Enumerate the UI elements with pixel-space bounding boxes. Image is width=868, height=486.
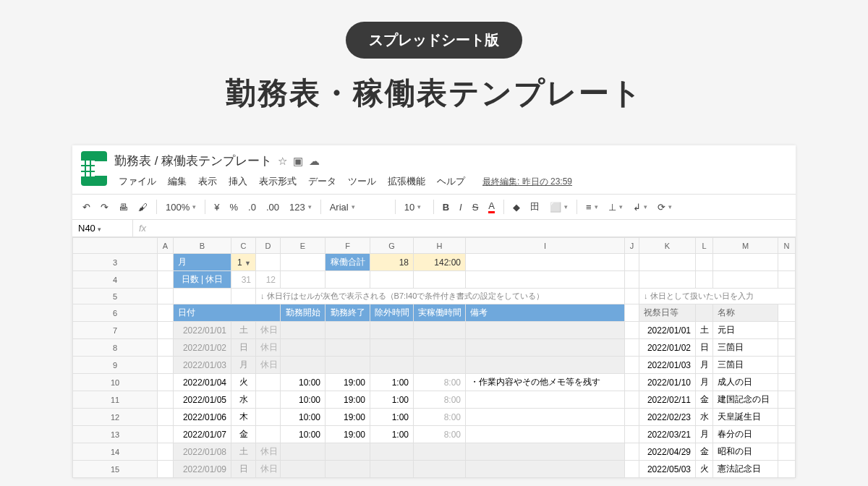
- row-header[interactable]: 14: [73, 443, 158, 461]
- cell[interactable]: [466, 461, 625, 478]
- cell[interactable]: [256, 374, 281, 391]
- row-header[interactable]: 13: [73, 426, 158, 443]
- col-header[interactable]: B: [174, 238, 231, 254]
- cell[interactable]: 休日: [256, 339, 281, 357]
- wrap-button[interactable]: ↲: [629, 199, 652, 216]
- bold-button[interactable]: B: [438, 199, 454, 216]
- cell[interactable]: [370, 357, 414, 374]
- month-dropdown[interactable]: 1 ▼: [231, 254, 256, 271]
- cell[interactable]: 8:00: [414, 409, 466, 426]
- cell[interactable]: 月: [696, 374, 713, 391]
- cell[interactable]: ↓ 休日として扱いたい日を入力: [639, 289, 796, 304]
- menu-view[interactable]: 表示: [194, 174, 221, 189]
- col-header[interactable]: L: [696, 238, 713, 254]
- cell[interactable]: 元日: [713, 322, 778, 339]
- cell[interactable]: 1:00: [370, 374, 414, 391]
- cell[interactable]: 休日: [256, 357, 281, 374]
- rotate-button[interactable]: ⟳: [653, 199, 676, 216]
- cell[interactable]: 8:00: [414, 426, 466, 443]
- cell[interactable]: 日: [231, 461, 256, 478]
- menu-edit[interactable]: 編集: [163, 174, 191, 189]
- cell[interactable]: [256, 391, 281, 409]
- cell[interactable]: 19:00: [326, 409, 370, 426]
- cell[interactable]: [326, 322, 370, 339]
- sheets-logo-icon[interactable]: [81, 151, 107, 186]
- italic-button[interactable]: I: [455, 199, 467, 216]
- cell[interactable]: 三箇日: [713, 357, 778, 374]
- cell[interactable]: [281, 461, 326, 478]
- cell[interactable]: [414, 443, 466, 461]
- cell[interactable]: 2022/02/11: [639, 391, 696, 409]
- cell[interactable]: 2022/01/01: [174, 322, 231, 339]
- cell[interactable]: 2022/03/21: [639, 426, 696, 443]
- col-header[interactable]: I: [466, 238, 625, 254]
- v-align-button[interactable]: ⊥: [604, 199, 627, 216]
- cell[interactable]: 月: [696, 426, 713, 443]
- cell[interactable]: [466, 391, 625, 409]
- col-header[interactable]: H: [414, 238, 466, 254]
- cell[interactable]: 31: [231, 271, 256, 289]
- cell[interactable]: [256, 409, 281, 426]
- cell[interactable]: 春分の日: [713, 426, 778, 443]
- cell[interactable]: 建国記念の日: [713, 391, 778, 409]
- cell[interactable]: 勤務開始: [281, 304, 326, 322]
- cell[interactable]: 8:00: [414, 391, 466, 409]
- col-header[interactable]: C: [231, 238, 256, 254]
- cell[interactable]: 水: [231, 391, 256, 409]
- col-header[interactable]: M: [713, 238, 778, 254]
- grid[interactable]: ABCDEFGHIJKLMN 3 月 1 ▼ 稼働合計 18 142:00 4 …: [72, 237, 796, 478]
- cell[interactable]: 成人の日: [713, 374, 778, 391]
- cell[interactable]: 土: [696, 322, 713, 339]
- cell[interactable]: 土: [231, 443, 256, 461]
- cell[interactable]: 2022/01/03: [174, 357, 231, 374]
- row-header[interactable]: 12: [73, 409, 158, 426]
- cell[interactable]: 火: [231, 374, 256, 391]
- menu-format[interactable]: 表示形式: [255, 174, 301, 189]
- cell[interactable]: [696, 304, 713, 322]
- cell[interactable]: 18: [370, 254, 414, 271]
- cell[interactable]: 日付: [174, 304, 281, 322]
- cell[interactable]: 勤務終了: [326, 304, 370, 322]
- cell[interactable]: 8:00: [414, 374, 466, 391]
- cell[interactable]: 土: [231, 322, 256, 339]
- cell[interactable]: [326, 461, 370, 478]
- cell[interactable]: 月: [174, 254, 231, 271]
- cell[interactable]: 憲法記念日: [713, 461, 778, 478]
- cell[interactable]: [370, 339, 414, 357]
- cell[interactable]: 10:00: [281, 391, 326, 409]
- cell[interactable]: 木: [231, 409, 256, 426]
- cell[interactable]: [466, 409, 625, 426]
- h-align-button[interactable]: ≡: [582, 199, 603, 216]
- col-header[interactable]: A: [158, 238, 174, 254]
- cell[interactable]: ・作業内容やその他メモ等を残す: [466, 374, 625, 391]
- cell[interactable]: 19:00: [326, 374, 370, 391]
- cell[interactable]: 2022/01/09: [174, 461, 231, 478]
- menu-data[interactable]: データ: [304, 174, 341, 189]
- cell[interactable]: [466, 357, 625, 374]
- cell[interactable]: 2022/01/08: [174, 443, 231, 461]
- cell[interactable]: 2022/02/23: [639, 409, 696, 426]
- cell[interactable]: 1:00: [370, 409, 414, 426]
- menu-file[interactable]: ファイル: [114, 174, 161, 189]
- cloud-icon[interactable]: ☁: [309, 155, 320, 168]
- row-header[interactable]: 5: [73, 289, 158, 304]
- col-header[interactable]: E: [281, 238, 326, 254]
- cell[interactable]: 金: [696, 391, 713, 409]
- cell[interactable]: 2022/05/03: [639, 461, 696, 478]
- col-header[interactable]: J: [625, 238, 639, 254]
- cell[interactable]: 除外時間: [370, 304, 414, 322]
- cell[interactable]: 休日: [256, 461, 281, 478]
- cell[interactable]: 10:00: [281, 374, 326, 391]
- last-edit[interactable]: 最終編集: 昨日の 23:59: [478, 174, 576, 189]
- cell[interactable]: [281, 322, 326, 339]
- row-header[interactable]: 15: [73, 461, 158, 478]
- cell[interactable]: [326, 339, 370, 357]
- cell[interactable]: [326, 443, 370, 461]
- cell[interactable]: 2022/01/04: [174, 374, 231, 391]
- cell[interactable]: ↓ 休日行はセルが灰色で表示される（B7:I40で条件付き書式の設定をしている）: [256, 289, 625, 304]
- strike-button[interactable]: S: [468, 199, 483, 216]
- cell[interactable]: 2022/01/06: [174, 409, 231, 426]
- cell[interactable]: 昭和の日: [713, 443, 778, 461]
- cell[interactable]: [281, 443, 326, 461]
- zoom-select[interactable]: 100%: [161, 199, 200, 216]
